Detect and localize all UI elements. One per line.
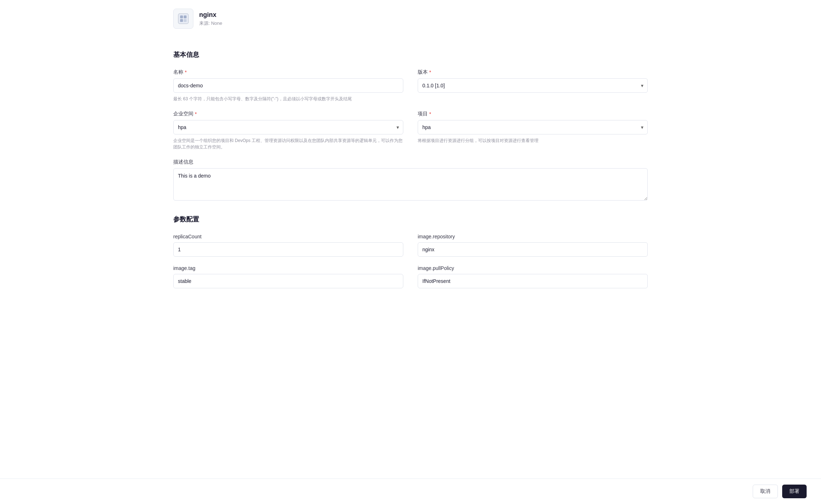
project-required-mark: * (429, 111, 431, 117)
cancel-button[interactable]: 取消 (753, 485, 778, 498)
app-icon (173, 9, 193, 29)
version-select-wrapper: 0.1.0 [1.0] ▾ (418, 78, 648, 93)
action-bar: 取消 部署 (0, 478, 821, 504)
app-header: nginx 来源: None (173, 9, 648, 36)
app-info: nginx 来源: None (199, 11, 222, 27)
version-select[interactable]: 0.1.0 [1.0] (418, 78, 648, 93)
basic-form-grid: 名称 * 最长 63 个字符，只能包含小写字母、数字及分隔符("-")，且必须以… (173, 69, 648, 201)
org-space-field-hint: 企业空间是一个组织您的项目和 DevOps 工程、管理资源访问权限以及在您团队内… (173, 137, 403, 150)
image-tag-input[interactable] (173, 274, 403, 288)
basic-info-section: 基本信息 名称 * 最长 63 个字符，只能包含小写字母、数字及分隔符("-")… (173, 50, 648, 201)
image-tag-field-wrapper: image.tag (173, 265, 403, 288)
project-field-hint: 将根据项目进行资源进行分组，可以按项目对资源进行查看管理 (418, 137, 648, 144)
project-select-wrapper: hpa ▾ (418, 120, 648, 134)
app-name: nginx (199, 11, 222, 19)
description-textarea[interactable]: This is a demo (173, 168, 648, 201)
image-repository-label: image.repository (418, 234, 648, 239)
app-source: 来源: None (199, 20, 222, 27)
name-field-label: 名称 * (173, 69, 403, 75)
description-field-label: 描述信息 (173, 159, 648, 165)
deploy-button[interactable]: 部署 (782, 485, 807, 498)
replica-count-label: replicaCount (173, 234, 403, 239)
name-field-wrapper: 名称 * 最长 63 个字符，只能包含小写字母、数字及分隔符("-")，且必须以… (173, 69, 403, 102)
version-field-wrapper: 版本 * 0.1.0 [1.0] ▾ (418, 69, 648, 102)
replica-count-field-wrapper: replicaCount (173, 234, 403, 257)
project-select[interactable]: hpa (418, 120, 648, 134)
description-field-wrapper: 描述信息 This is a demo (173, 159, 648, 201)
replica-count-input[interactable] (173, 242, 403, 257)
image-pull-policy-label: image.pullPolicy (418, 265, 648, 271)
name-input[interactable] (173, 78, 403, 93)
name-required-mark: * (185, 69, 187, 75)
svg-rect-1 (180, 15, 183, 18)
svg-rect-3 (180, 19, 183, 22)
org-space-select[interactable]: hpa (173, 120, 403, 134)
image-tag-label: image.tag (173, 265, 403, 271)
svg-rect-4 (184, 19, 187, 22)
params-section-title: 参数配置 (173, 215, 648, 224)
image-pull-policy-field-wrapper: image.pullPolicy (418, 265, 648, 288)
org-space-field-label: 企业空间 * (173, 111, 403, 117)
org-space-field-wrapper: 企业空间 * hpa ▾ 企业空间是一个组织您的项目和 DevOps 工程、管理… (173, 111, 403, 150)
svg-rect-0 (178, 14, 188, 24)
org-space-select-wrapper: hpa ▾ (173, 120, 403, 134)
image-pull-policy-input[interactable] (418, 274, 648, 288)
project-field-label: 项目 * (418, 111, 648, 117)
params-form-grid: replicaCount image.repository image.tag … (173, 234, 648, 288)
project-field-wrapper: 项目 * hpa ▾ 将根据项目进行资源进行分组，可以按项目对资源进行查看管理 (418, 111, 648, 150)
org-space-required-mark: * (195, 111, 197, 117)
svg-rect-2 (184, 15, 187, 18)
image-repository-field-wrapper: image.repository (418, 234, 648, 257)
params-section: 参数配置 replicaCount image.repository image… (173, 215, 648, 288)
version-required-mark: * (429, 69, 431, 75)
image-repository-input[interactable] (418, 242, 648, 257)
name-field-hint: 最长 63 个字符，只能包含小写字母、数字及分隔符("-")，且必须以小写字母或… (173, 96, 403, 102)
version-field-label: 版本 * (418, 69, 648, 75)
basic-section-title: 基本信息 (173, 50, 648, 59)
